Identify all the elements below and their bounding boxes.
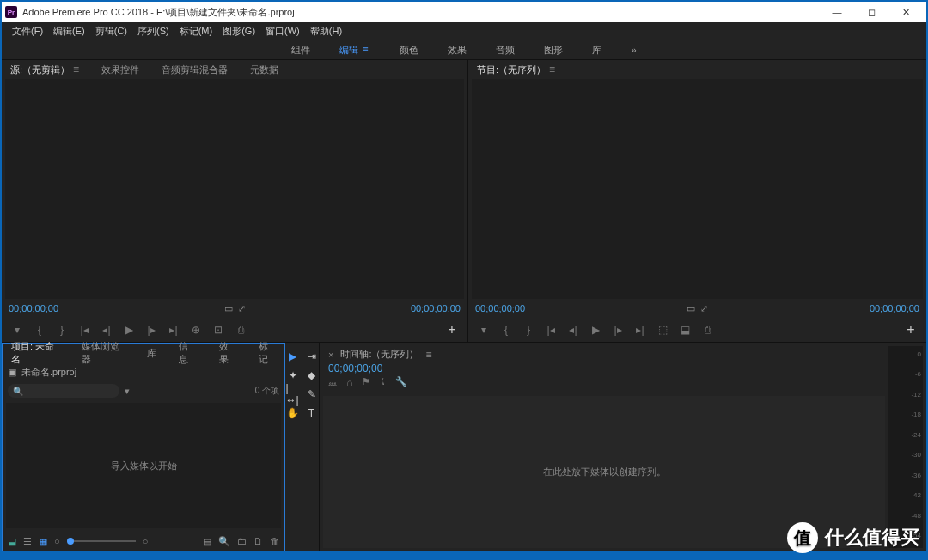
meter-tick: -48 (911, 512, 921, 520)
selection-tool-icon[interactable]: ▶ (286, 350, 300, 363)
timeline-tc[interactable]: 00;00;00;00 (328, 362, 382, 374)
tab-program[interactable]: 节目:（无序列）≡ (472, 61, 560, 79)
workspace-effects[interactable]: 效果 (441, 44, 473, 57)
export-frame-icon[interactable]: ⎙ (234, 323, 247, 337)
workspace-assembly[interactable]: 组件 (284, 44, 317, 57)
project-search-input[interactable]: 🔍 (8, 384, 119, 398)
tab-metadata[interactable]: 元数据 (245, 61, 284, 79)
step-back-icon[interactable]: ◂| (566, 323, 580, 337)
new-item-icon[interactable]: 🗋 (253, 536, 263, 547)
slip-tool-icon[interactable]: |↔| (286, 387, 300, 401)
menu-clip[interactable]: 剪辑(C) (90, 25, 132, 38)
razor-tool-icon[interactable]: ◆ (305, 368, 319, 382)
wrench-icon[interactable]: 🔧 (395, 376, 407, 387)
goto-in-icon[interactable]: |◂ (544, 323, 558, 337)
timeline-title: 时间轴:（无序列） (340, 348, 418, 361)
workspace-libraries[interactable]: 库 (585, 44, 608, 57)
filter-bin-icon[interactable]: ▾ (125, 386, 130, 397)
in-point-icon[interactable]: { (33, 323, 46, 337)
snap-icon[interactable]: ⅏ (328, 377, 338, 387)
in-point-icon[interactable]: { (499, 323, 513, 337)
meter-tick: -30 (911, 451, 921, 459)
close-button[interactable]: ✕ (888, 2, 923, 22)
marker-icon[interactable]: ▾ (477, 323, 491, 337)
auto-sequence-icon[interactable]: ▤ (203, 536, 211, 547)
workspace-overflow[interactable]: » (624, 45, 643, 55)
menubar: 文件(F) 编辑(E) 剪辑(C) 序列(S) 标记(M) 图形(G) 窗口(W… (2, 22, 926, 40)
link-icon[interactable]: ∩ (346, 377, 353, 387)
export-frame-icon[interactable]: ⎙ (700, 323, 714, 337)
new-bin-icon[interactable]: 🗀 (237, 536, 247, 547)
play-icon[interactable]: ▶ (122, 323, 136, 337)
lock-icon[interactable]: ⬓ (8, 536, 16, 547)
menu-file[interactable]: 文件(F) (7, 25, 48, 38)
step-back-icon[interactable]: ◂| (100, 323, 113, 337)
source-tc-out[interactable]: 00;00;00;00 (411, 303, 461, 313)
find-icon[interactable]: 🔍 (218, 536, 230, 547)
pen-tool-icon[interactable]: ✎ (305, 387, 319, 401)
workspace-color[interactable]: 颜色 (393, 44, 425, 57)
out-point-icon[interactable]: } (522, 323, 535, 337)
workspace-menu-icon[interactable] (362, 49, 370, 52)
goto-out-icon[interactable]: ▸| (167, 323, 180, 337)
sort-icon[interactable]: ○ (143, 536, 149, 546)
menu-graphics[interactable]: 图形(G) (217, 25, 260, 38)
menu-window[interactable]: 窗口(W) (260, 25, 305, 38)
source-monitor (5, 79, 464, 299)
extract-icon[interactable]: ⬓ (678, 323, 692, 337)
ripple-edit-tool-icon[interactable]: ✦ (286, 368, 300, 382)
trash-icon[interactable]: 🗑 (270, 536, 279, 547)
zoom-slider[interactable] (67, 540, 136, 542)
marker-add-icon[interactable]: ⚑ (362, 376, 370, 387)
program-tc-in[interactable]: 00;00;00;00 (475, 303, 525, 313)
button-editor-icon[interactable]: + (904, 323, 918, 337)
workspace-graphics[interactable]: 图形 (537, 44, 570, 57)
hand-tool-icon[interactable]: ✋ (286, 406, 300, 420)
source-transport: ▾ { } |◂ ◂| ▶ |▸ ▸| ⊕ ⊡ ⎙ + (2, 318, 467, 342)
track-select-tool-icon[interactable]: ⇥ (305, 350, 319, 363)
maximize-button[interactable]: ◻ (854, 2, 888, 22)
settings-icon[interactable]: ⤢ (700, 303, 708, 314)
workspace-editing[interactable]: 编辑 (333, 44, 377, 57)
freeform-view-icon[interactable]: ○ (54, 536, 60, 546)
step-fwd-icon[interactable]: |▸ (144, 323, 158, 337)
tab-libraries[interactable]: 库 (142, 344, 162, 362)
goto-in-icon[interactable]: |◂ (77, 323, 91, 337)
menu-sequence[interactable]: 序列(S) (132, 25, 174, 38)
icon-view-icon[interactable]: ▦ (39, 536, 47, 547)
out-point-icon[interactable]: } (55, 323, 69, 337)
program-tc-out[interactable]: 00;00;00;00 (870, 303, 919, 313)
insert-icon[interactable]: ⊕ (189, 323, 203, 337)
panel-menu-icon[interactable]: ≡ (426, 349, 432, 361)
type-tool-icon[interactable]: T (305, 406, 319, 420)
lift-icon[interactable]: ⬚ (656, 323, 669, 337)
window-title: Adobe Premiere Pro CC 2018 - E:\项目\新建文件夹… (22, 6, 295, 19)
menu-edit[interactable]: 编辑(E) (48, 25, 90, 38)
project-empty-hint[interactable]: 导入媒体以开始 (6, 403, 281, 528)
menu-help[interactable]: 帮助(H) (305, 25, 347, 38)
meter-tick: -6 (915, 370, 921, 378)
step-fwd-icon[interactable]: |▸ (611, 323, 625, 337)
panel-menu-icon[interactable]: ≡ (549, 64, 555, 76)
settings-icon[interactable]: ⤹ (379, 376, 387, 387)
meter-tick: -12 (911, 391, 921, 399)
workspace-audio[interactable]: 音频 (489, 44, 522, 57)
timeline-panel: × 时间轴:（无序列） ≡ 00;00;00;00 ⅏ ∩ ⚑ ⤹ 🔧 在此处放… (320, 343, 888, 551)
menu-marker[interactable]: 标记(M) (174, 25, 218, 38)
fit-icon[interactable]: ▭ (224, 303, 233, 314)
list-view-icon[interactable]: ☰ (23, 536, 32, 547)
overwrite-icon[interactable]: ⊡ (211, 323, 225, 337)
tab-audio-mixer[interactable]: 音频剪辑混合器 (156, 61, 233, 79)
button-editor-icon[interactable]: + (445, 323, 459, 337)
settings-icon[interactable]: ⤢ (238, 303, 246, 314)
source-panel: 源:（无剪辑）≡ 效果控件 音频剪辑混合器 元数据 00;00;00;00 ▭ … (2, 60, 468, 342)
tab-effect-controls[interactable]: 效果控件 (96, 61, 144, 79)
play-icon[interactable]: ▶ (589, 323, 602, 337)
panel-menu-icon[interactable]: ≡ (73, 64, 79, 76)
minimize-button[interactable]: — (820, 2, 854, 22)
marker-icon[interactable]: ▾ (10, 323, 24, 337)
source-tc-in[interactable]: 00;00;00;00 (9, 303, 58, 313)
tab-source[interactable]: 源:（无剪辑）≡ (5, 61, 84, 79)
goto-out-icon[interactable]: ▸| (633, 323, 647, 337)
fit-icon[interactable]: ▭ (687, 303, 695, 314)
